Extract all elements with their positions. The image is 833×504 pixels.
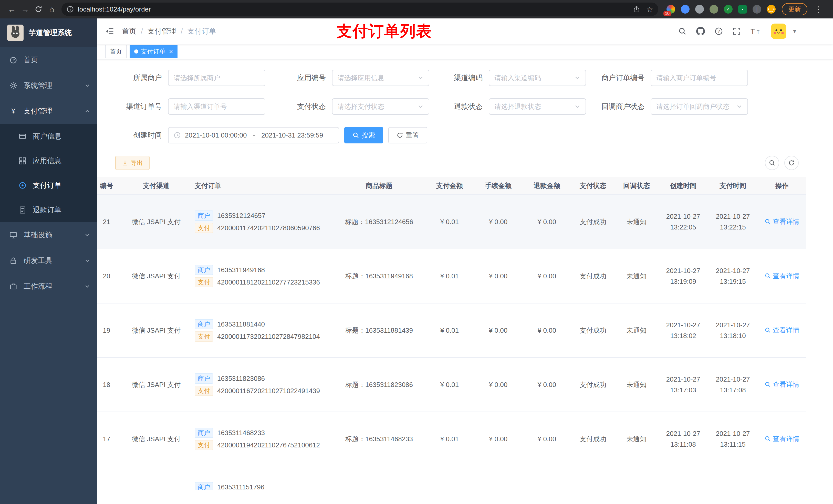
reset-button[interactable]: 重置 <box>388 127 427 143</box>
cell-amount: ¥ 0.01 <box>425 303 474 358</box>
filter-field: 所属商户 <box>97 70 265 86</box>
site-info-icon[interactable] <box>67 6 74 13</box>
sidebar-item-dev-tools[interactable]: 研发工具 <box>0 248 97 273</box>
browser-update-button[interactable]: 更新 <box>782 3 807 15</box>
export-button[interactable]: 导出 <box>115 156 149 170</box>
cell-channel: 微信 JSAPI 支付 <box>123 195 190 249</box>
help-icon[interactable]: ? <box>715 27 723 35</box>
extension-olive-icon[interactable] <box>710 5 718 14</box>
sidebar-item-refund-order[interactable]: 退款订单 <box>0 198 97 222</box>
filter-input[interactable] <box>168 98 265 115</box>
view-details-link[interactable]: 查看详情 <box>765 326 800 335</box>
refund-doc-icon <box>19 206 27 214</box>
cell-id: 18 <box>97 358 123 412</box>
cell-amount: ¥ 0.01 <box>425 358 474 412</box>
extension-gray-icon[interactable] <box>695 5 704 14</box>
col-title: 商品标题 <box>333 177 425 195</box>
pay-tag: 支付 <box>195 386 213 396</box>
search-icon[interactable] <box>678 27 687 35</box>
sidebar-item-app-info[interactable]: 应用信息 <box>0 148 97 173</box>
cell-title <box>333 466 425 490</box>
cell-title: 标题：1635311949168 <box>333 249 425 303</box>
sidebar-item-workflow[interactable]: 工作流程 <box>0 273 97 299</box>
orders-table: 编号 支付渠道 支付订单 商品标题 支付金额 手续金额 退款金额 支付状态 回调… <box>97 177 806 490</box>
breadcrumb-home[interactable]: 首页 <box>122 26 136 36</box>
font-size-icon[interactable]: TT <box>751 27 761 35</box>
extension-colorful-icon[interactable]: 10 <box>667 5 675 14</box>
filter-input[interactable] <box>332 70 429 86</box>
chevron-up-icon <box>85 108 90 114</box>
forward-icon[interactable]: → <box>19 3 32 16</box>
filter-label: 退款状态 <box>429 102 489 112</box>
create-time-range-picker[interactable]: 2021-10-01 00:00:00 - 2021-10-31 23:59:5… <box>168 127 339 143</box>
sidebar-item-pay-order[interactable]: 支付订单 <box>0 173 97 198</box>
cell-amount <box>425 466 474 490</box>
cell-pay-order: 商户 1635311823086 支付 42000011672021102710… <box>190 358 333 412</box>
cell-actions: 查看详情 <box>758 303 806 358</box>
cell-created: 2021-10-2713:17:03 <box>658 358 708 412</box>
sidebar-item-home[interactable]: 首页 <box>0 47 97 73</box>
caret-down-icon[interactable]: ▼ <box>792 28 797 34</box>
filter-input[interactable] <box>651 70 748 86</box>
extension-check-icon[interactable]: ✓ <box>724 5 733 14</box>
breadcrumb-pay[interactable]: 支付管理 <box>147 26 176 36</box>
sidebar-item-merchant-info[interactable]: 商户信息 <box>0 124 97 148</box>
cell-paid: 2021-10-2713:22:15 <box>708 195 758 249</box>
sidebar-item-infra[interactable]: 基础设施 <box>0 222 97 248</box>
filter-input[interactable] <box>489 98 586 115</box>
share-icon[interactable] <box>633 6 640 13</box>
extension-face-icon[interactable]: •‿• <box>767 5 776 14</box>
tab-home[interactable]: 首页 <box>105 45 126 58</box>
avatar[interactable] <box>771 24 786 39</box>
refresh-button[interactable] <box>784 156 799 170</box>
view-details-link[interactable]: 查看详情 <box>765 217 800 226</box>
cell-pay-status: 支付成功 <box>571 249 615 303</box>
view-details-link[interactable]: 查看详情 <box>765 434 800 443</box>
cell-paid <box>708 466 758 490</box>
github-icon[interactable] <box>696 27 705 35</box>
hamburger-icon[interactable] <box>97 27 122 36</box>
filter-input[interactable] <box>489 70 586 86</box>
extension-chat-icon[interactable]: ▪ <box>738 5 747 14</box>
filter-input[interactable] <box>168 70 265 86</box>
extension-pin-icon[interactable]: | <box>753 5 761 14</box>
toggle-search-button[interactable] <box>765 156 779 170</box>
cell-id: 21 <box>97 195 123 249</box>
search-button[interactable]: 搜索 <box>344 127 383 143</box>
address-bar[interactable]: localhost:1024/pay/order ☆ <box>62 3 658 16</box>
filter-field: 支付状态 <box>265 98 429 115</box>
view-details-link[interactable] <box>778 489 786 490</box>
tab-pay-order[interactable]: 支付订单 × <box>129 45 177 58</box>
pay-transaction-no: 4200001167202110271022491439 <box>217 387 320 395</box>
home-icon[interactable]: ⌂ <box>45 3 58 16</box>
url-text: localhost:1024/pay/order <box>78 5 627 13</box>
bookmark-star-icon[interactable]: ☆ <box>646 5 653 14</box>
close-icon[interactable]: × <box>169 48 173 55</box>
filter-input[interactable] <box>332 98 429 115</box>
sidebar-item-system[interactable]: 系统管理 <box>0 73 97 98</box>
extension-drop-icon[interactable] <box>681 5 690 14</box>
cell-channel: 微信 JSAPI 支付 <box>123 249 190 303</box>
sidebar-item-pay[interactable]: ¥ 支付管理 <box>0 98 97 124</box>
tags-view-bar: 首页 支付订单 × <box>97 44 833 59</box>
table-row: 20 微信 JSAPI 支付 商户 1635311949168 支付 42000… <box>97 249 806 303</box>
monitor-icon <box>9 231 18 239</box>
chevron-down-icon <box>418 103 424 110</box>
filter-label: 渠道订单号 <box>97 102 168 112</box>
cell-created: 2021-10-2713:11:08 <box>658 412 708 466</box>
view-details-link[interactable]: 查看详情 <box>765 271 800 281</box>
browser-toolbar: ← → ⌂ localhost:1024/pay/order ☆ 10 ✓ ▪ … <box>0 0 833 19</box>
view-details-link[interactable]: 查看详情 <box>765 380 800 389</box>
sidebar-logo[interactable]: 芋道管理系统 <box>0 19 97 47</box>
merchant-card-icon <box>19 133 27 140</box>
navbar-actions: ? TT ▼ <box>678 24 833 39</box>
reload-icon[interactable] <box>32 3 45 16</box>
filter-input[interactable] <box>651 98 748 115</box>
page-content: 所属商户 应用编号 渠道编码 商户订单编号 <box>97 59 833 504</box>
browser-menu-icon[interactable]: ⋮ <box>812 5 824 14</box>
extension-badge: 10 <box>663 11 671 16</box>
merchant-order-no: 1635311823086 <box>217 375 265 383</box>
back-icon[interactable]: ← <box>5 3 19 16</box>
fullscreen-icon[interactable] <box>733 27 741 35</box>
cell-fee: ¥ 0.00 <box>474 303 523 358</box>
